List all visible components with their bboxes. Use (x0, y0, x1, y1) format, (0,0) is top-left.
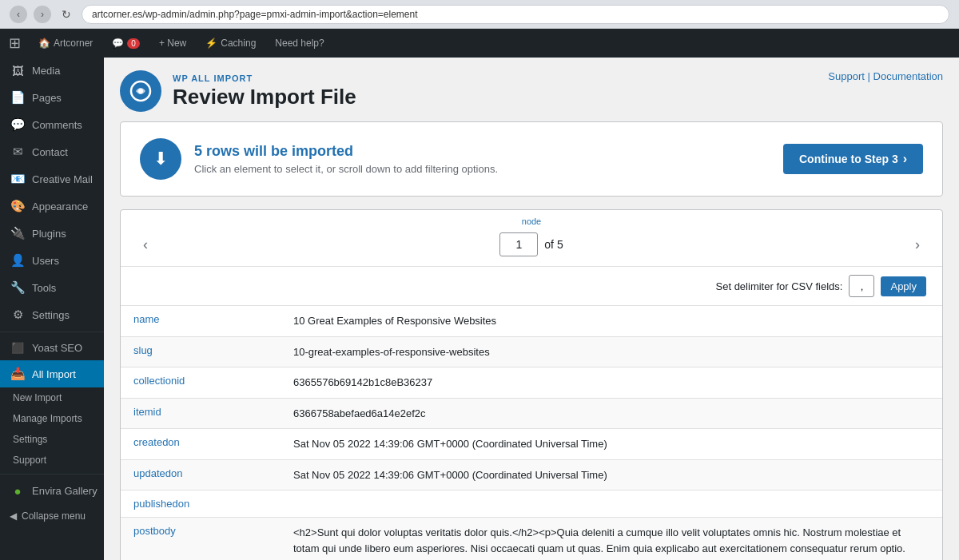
field-name-cell[interactable]: collectionid (121, 367, 281, 399)
element-page-input[interactable] (499, 232, 538, 256)
field-name-cell[interactable]: name (121, 306, 281, 336)
field-name-cell[interactable]: slug (121, 336, 281, 367)
sidebar-divider-2 (0, 474, 104, 475)
sidebar-sub-support[interactable]: Support (0, 450, 104, 471)
data-table: name10 Great Examples of Responsive Webs… (121, 306, 942, 560)
import-rows-text: 5 rows will be imported (194, 143, 498, 160)
sidebar-collapse[interactable]: ◀ Collapse menu (0, 504, 104, 528)
csv-delimiter-row: Set delimiter for CSV fields: Apply (121, 267, 942, 306)
url-bar[interactable]: artcorner.es/wp-admin/admin.php?page=pmx… (82, 5, 949, 24)
admin-bar-caching[interactable]: ⚡ Caching (196, 29, 265, 58)
prev-element-button[interactable]: ‹ (137, 233, 154, 256)
sidebar-item-yoast[interactable]: ⬛ Yoast SEO (0, 336, 104, 360)
sidebar-item-media[interactable]: 🖼 Media (0, 58, 104, 84)
url-text: artcorner.es/wp-admin/admin.php?page=pmx… (92, 9, 418, 20)
page-of-label: of 5 (544, 238, 563, 251)
admin-bar-help[interactable]: Need help? (265, 29, 333, 58)
element-viewer: node ‹ of 5 › Set delimiter for CSV fiel… (120, 209, 943, 560)
caching-icon: ⚡ (205, 38, 217, 49)
element-nav-controls: of 5 (499, 232, 563, 256)
forward-button[interactable]: › (34, 6, 51, 23)
documentation-link[interactable]: Documentation (873, 70, 943, 82)
sidebar-item-pages[interactable]: 📄 Pages (0, 84, 104, 111)
field-name-cell[interactable]: postbody (121, 518, 281, 561)
appearance-icon: 🎨 (10, 199, 26, 213)
site-icon: 🏠 (38, 38, 50, 49)
node-label: node (522, 216, 541, 226)
import-summary-box: ⬇ 5 rows will be imported Click an eleme… (120, 121, 943, 197)
field-name-cell[interactable]: itemid (121, 398, 281, 429)
field-value-cell: 10 Great Examples of Responsive Websites (281, 306, 942, 336)
sidebar-item-creative-mail[interactable]: 📧 Creative Mail (0, 165, 104, 193)
new-import-label: New Import (13, 392, 62, 403)
svg-point-1 (138, 89, 143, 93)
admin-bar-site[interactable]: 🏠 Artcorner (29, 29, 102, 58)
sidebar-tools-label: Tools (32, 282, 56, 294)
sub-support-label: Support (13, 455, 46, 466)
continue-to-step3-button[interactable]: Continue to Step 3 › (783, 144, 923, 174)
sidebar-item-envira-gallery[interactable]: ● Envira Gallery (0, 478, 104, 504)
rows-text: rows will be imported (206, 143, 353, 159)
manage-imports-label: Manage Imports (13, 413, 82, 424)
field-value-cell: <h2>Sunt qui dolor voluptas veritatis do… (281, 518, 942, 561)
import-download-icon: ⬇ (153, 149, 168, 169)
sidebar-item-plugins[interactable]: 🔌 Plugins (0, 220, 104, 247)
plugins-icon: 🔌 (10, 226, 26, 240)
sidebar-sub-settings[interactable]: Settings (0, 429, 104, 450)
field-value-cell: Sat Nov 05 2022 14:39:06 GMT+0000 (Coord… (281, 429, 942, 460)
table-row: itemid6366758abefaed6a14e2ef2c (121, 398, 942, 429)
header-separator: | (868, 70, 870, 82)
sidebar-media-label: Media (32, 65, 60, 77)
collapse-label: Collapse menu (22, 510, 86, 522)
comments-icon: 💬 (10, 117, 26, 132)
apply-delimiter-button[interactable]: Apply (881, 276, 926, 296)
sidebar-sub-new-import[interactable]: New Import (0, 387, 104, 408)
field-name-cell[interactable]: publishedon (121, 490, 281, 518)
sidebar-sub-manage-imports[interactable]: Manage Imports (0, 408, 104, 429)
sidebar-item-users[interactable]: 👤 Users (0, 247, 104, 274)
back-button[interactable]: ‹ (10, 6, 27, 23)
support-link[interactable]: Support (828, 70, 865, 82)
table-row: slug10-great-examples-of-responsive-webs… (121, 336, 942, 367)
sidebar-comments-label: Comments (32, 119, 82, 131)
field-name-cell[interactable]: updatedon (121, 459, 281, 490)
field-name-cell[interactable]: createdon (121, 429, 281, 460)
sidebar-item-all-import[interactable]: 📥 All Import (0, 360, 104, 387)
sidebar-yoast-label: Yoast SEO (32, 342, 82, 354)
sidebar-item-appearance[interactable]: 🎨 Appearance (0, 193, 104, 220)
sub-settings-label: Settings (13, 434, 47, 445)
all-import-icon: 📥 (10, 367, 26, 381)
page-header-left: WP ALL IMPORT Review Import File (120, 70, 356, 112)
sidebar-creative-mail-label: Creative Mail (32, 173, 93, 185)
browser-bar: ‹ › ↻ artcorner.es/wp-admin/admin.php?pa… (0, 0, 959, 29)
row-count: 5 (194, 143, 202, 159)
sidebar: 🖼 Media 📄 Pages 💬 Comments ✉ Contact 📧 C… (0, 58, 104, 560)
sidebar-item-comments[interactable]: 💬 Comments (0, 111, 104, 138)
wp-layout: 🖼 Media 📄 Pages 💬 Comments ✉ Contact 📧 C… (0, 58, 959, 560)
next-element-button[interactable]: › (909, 233, 926, 256)
table-row: collectionid6365576b69142b1c8eB36237 (121, 367, 942, 399)
field-value-cell: 6366758abefaed6a14e2ef2c (281, 398, 942, 429)
collapse-icon: ◀ (10, 510, 17, 522)
sidebar-item-contact[interactable]: ✉ Contact (0, 138, 104, 165)
users-icon: 👤 (10, 253, 26, 268)
creative-mail-icon: 📧 (10, 172, 26, 186)
admin-bar-comments[interactable]: 💬 0 (102, 29, 149, 58)
table-row: createdonSat Nov 05 2022 14:39:06 GMT+00… (121, 429, 942, 460)
refresh-button[interactable]: ↻ (58, 6, 75, 23)
comment-icon: 💬 (112, 38, 124, 49)
sidebar-contact-label: Contact (32, 146, 68, 158)
tools-icon: 🔧 (10, 280, 26, 295)
plugin-subtitle: WP ALL IMPORT (173, 73, 356, 83)
page-header-right: Support | Documentation (828, 70, 943, 82)
plugin-title-block: WP ALL IMPORT Review Import File (173, 73, 356, 109)
table-row: publishedon (121, 490, 942, 518)
plugin-logo (120, 70, 161, 112)
wp-logo[interactable]: ⊞ (0, 29, 29, 58)
media-icon: 🖼 (10, 64, 26, 77)
sidebar-all-import-label: All Import (32, 368, 76, 380)
admin-bar-new[interactable]: + New (149, 29, 196, 58)
delimiter-input[interactable] (849, 275, 874, 297)
sidebar-item-settings[interactable]: ⚙ Settings (0, 301, 104, 328)
sidebar-item-tools[interactable]: 🔧 Tools (0, 274, 104, 301)
